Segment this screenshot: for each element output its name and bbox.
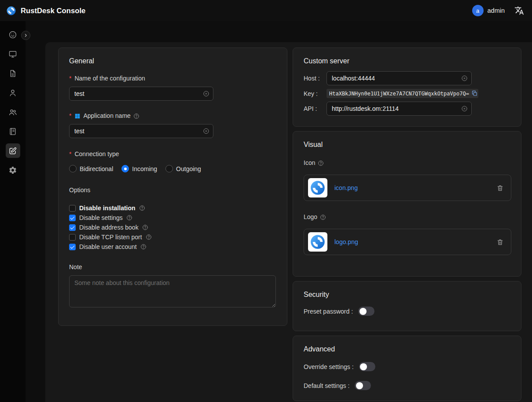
app-name-field bbox=[69, 124, 213, 138]
preset-password-toggle[interactable] bbox=[358, 307, 374, 316]
icon-file-link[interactable]: icon.png bbox=[334, 184, 358, 191]
checkbox-icon[interactable] bbox=[69, 234, 76, 241]
logbook-icon bbox=[8, 127, 17, 136]
sidebar-expand-button[interactable] bbox=[21, 31, 30, 40]
required-asterisk: * bbox=[69, 112, 71, 120]
rustdesk-logo-icon bbox=[310, 180, 326, 196]
checkbox-icon[interactable] bbox=[69, 205, 76, 212]
app-name-input[interactable] bbox=[70, 128, 213, 135]
brand: RustDesk Console bbox=[6, 6, 85, 16]
config-name-label: * Name of the configuration bbox=[69, 75, 276, 82]
override-settings-toggle[interactable] bbox=[359, 362, 375, 371]
monitor-icon bbox=[8, 50, 17, 58]
content-panel: General * Name of the configuration * bbox=[45, 42, 532, 402]
option-disable-user-account[interactable]: Disable user account bbox=[69, 243, 276, 250]
sidebar-item-settings[interactable] bbox=[6, 163, 20, 177]
clear-icon[interactable] bbox=[203, 128, 209, 135]
help-icon[interactable] bbox=[133, 113, 139, 119]
checkbox-icon[interactable] bbox=[69, 244, 76, 250]
user-icon bbox=[8, 88, 17, 97]
avatar[interactable]: a bbox=[472, 5, 484, 16]
host-field bbox=[327, 71, 472, 85]
default-settings-toggle[interactable] bbox=[355, 381, 371, 390]
option-disable-tcp-listen-port[interactable]: Disable TCP listen port bbox=[69, 234, 276, 241]
api-field bbox=[327, 102, 472, 116]
preset-password-label: Preset password : bbox=[304, 308, 353, 315]
windows-icon bbox=[74, 113, 81, 119]
required-asterisk: * bbox=[69, 150, 71, 158]
note-textarea[interactable] bbox=[69, 275, 276, 307]
default-settings-label: Default settings : bbox=[304, 382, 349, 389]
sidebar-item-audit[interactable] bbox=[6, 66, 20, 80]
app-header: RustDesk Console a admin bbox=[0, 0, 532, 21]
logo-file-link[interactable]: logo.png bbox=[334, 238, 358, 245]
trash-icon[interactable] bbox=[496, 184, 504, 192]
sidebar-item-dashboard[interactable] bbox=[6, 27, 20, 42]
sidebar-item-devices[interactable] bbox=[6, 47, 20, 61]
app-name-label: * Application name bbox=[69, 112, 276, 120]
security-title: Security bbox=[304, 290, 510, 299]
document-icon bbox=[8, 69, 17, 78]
radio-outgoing[interactable]: Outgoing bbox=[165, 165, 201, 172]
key-value: HtaXBkJNHyn0e1U1jWXze7A7CN7QTGWqxkOtpaVp… bbox=[327, 89, 478, 98]
option-disable-address-book[interactable]: Disable address book bbox=[69, 224, 276, 231]
help-icon[interactable] bbox=[139, 205, 145, 211]
sidebar-item-address-books[interactable] bbox=[6, 124, 20, 139]
radio-icon[interactable] bbox=[69, 165, 77, 172]
language-icon[interactable] bbox=[514, 6, 524, 15]
icon-label: Icon bbox=[304, 159, 510, 167]
required-asterisk: * bbox=[69, 75, 71, 82]
security-card: Security Preset password : bbox=[293, 281, 521, 331]
username: admin bbox=[488, 7, 505, 14]
default-settings-row: Default settings : bbox=[304, 381, 510, 390]
connection-type-group: Bidirectional Incoming Outgoing bbox=[69, 165, 276, 172]
override-settings-label: Override settings : bbox=[304, 363, 354, 370]
clear-icon[interactable] bbox=[461, 75, 468, 82]
host-label: Host : bbox=[304, 75, 327, 82]
options-list: Disable installation Disable settings Di… bbox=[69, 205, 276, 250]
visual-card: Visual Icon bbox=[293, 131, 521, 277]
logo-file-box: logo.png bbox=[304, 229, 511, 255]
sidebar-item-custom-clients[interactable] bbox=[6, 143, 20, 158]
advanced-title: Advanced bbox=[304, 345, 510, 353]
note-label: Note bbox=[69, 263, 276, 271]
help-icon[interactable] bbox=[126, 215, 132, 221]
help-icon[interactable] bbox=[140, 244, 147, 250]
gear-icon bbox=[8, 166, 17, 175]
checkbox-icon[interactable] bbox=[69, 215, 76, 221]
preset-password-row: Preset password : bbox=[304, 307, 510, 316]
logo-thumbnail bbox=[308, 232, 327, 252]
copy-icon[interactable] bbox=[471, 90, 478, 97]
key-label: Key : bbox=[304, 90, 327, 97]
sidebar bbox=[0, 21, 26, 402]
smiley-icon bbox=[8, 30, 17, 39]
sidebar-item-users[interactable] bbox=[6, 85, 20, 100]
host-row: Host : bbox=[304, 71, 510, 85]
custom-server-card: Custom server Host : Key : HtaXBkJNHyn0e… bbox=[293, 48, 521, 127]
trash-icon[interactable] bbox=[496, 238, 504, 246]
config-name-input[interactable] bbox=[70, 90, 213, 97]
help-icon[interactable] bbox=[320, 214, 326, 220]
radio-bidirectional[interactable]: Bidirectional bbox=[69, 165, 113, 172]
help-icon[interactable] bbox=[142, 224, 148, 230]
radio-incoming[interactable]: Incoming bbox=[121, 165, 157, 172]
radio-icon[interactable] bbox=[165, 165, 173, 172]
help-icon[interactable] bbox=[318, 160, 324, 166]
help-icon[interactable] bbox=[146, 234, 152, 240]
sidebar-item-groups[interactable] bbox=[6, 105, 20, 119]
clear-icon[interactable] bbox=[461, 106, 468, 112]
radio-icon[interactable] bbox=[121, 165, 129, 172]
logo-label: Logo bbox=[304, 213, 510, 221]
option-disable-settings[interactable]: Disable settings bbox=[69, 214, 276, 221]
app-title: RustDesk Console bbox=[21, 7, 85, 15]
host-input[interactable] bbox=[327, 75, 471, 82]
api-label: API : bbox=[304, 105, 327, 112]
rustdesk-logo-icon bbox=[6, 6, 16, 16]
option-disable-installation[interactable]: Disable installation bbox=[69, 205, 276, 212]
advanced-card: Advanced Override settings : Default set… bbox=[293, 336, 521, 401]
checkbox-icon[interactable] bbox=[69, 224, 76, 231]
api-row: API : bbox=[304, 102, 510, 116]
user-menu[interactable]: a admin bbox=[472, 5, 505, 16]
clear-icon[interactable] bbox=[203, 91, 209, 97]
api-input[interactable] bbox=[327, 105, 471, 112]
